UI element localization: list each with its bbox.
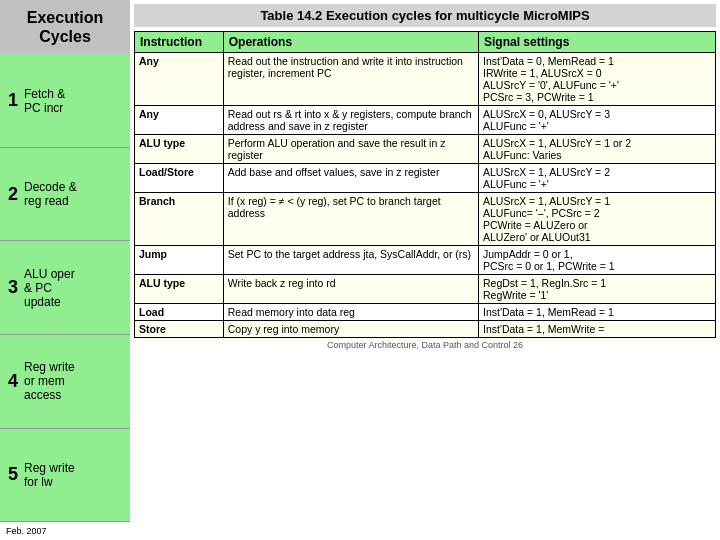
table-row: Any (135, 106, 224, 135)
table-row: Perform ALU operation and save the resul… (223, 135, 478, 164)
table-row: Inst'Data = 0, MemRead = 1 IRWrite = 1, … (478, 53, 715, 106)
step-num-5: 5 (8, 464, 18, 485)
sidebar-label-regwrite: Reg write or mem access (24, 360, 75, 402)
table-row: If (x reg) = ≠ < (y reg), set PC to bran… (223, 193, 478, 246)
table-row: ALU type (135, 275, 224, 304)
step-num-3: 3 (8, 277, 18, 298)
table-row: Read out rs & rt into x & y registers, c… (223, 106, 478, 135)
sidebar-label-fetch: Fetch & PC incr (24, 87, 65, 115)
table-row: ALUSrcX = 1, ALUSrcY = 1 ALUFunc= '–', P… (478, 193, 715, 246)
table-footer-note: Computer Architecture, Data Path and Con… (134, 340, 716, 350)
execution-table: Instruction Operations Signal settings A… (134, 31, 716, 338)
sidebar-item-decode: 2 Decode & reg read (0, 148, 130, 242)
step-num-2: 2 (8, 184, 18, 205)
table-row: Inst'Data = 1, MemRead = 1 (478, 304, 715, 321)
sidebar-item-regwrite: 4 Reg write or mem access (0, 335, 130, 429)
header-operations: Operations (223, 32, 478, 53)
table-row: Inst'Data = 1, MemWrite = (478, 321, 715, 338)
sidebar-title: Execution Cycles (0, 0, 130, 54)
table-title: Table 14.2 Execution cycles for multicyc… (134, 4, 716, 27)
table-row: Load/Store (135, 164, 224, 193)
header-instruction: Instruction (135, 32, 224, 53)
table-row: Set PC to the target address jta, SysCal… (223, 246, 478, 275)
sidebar-item-regwrite2: 5 Reg write for lw (0, 429, 130, 523)
table-row: ALU type (135, 135, 224, 164)
table-row: Read out the instruction and write it in… (223, 53, 478, 106)
table-row: Copy y reg into memory (223, 321, 478, 338)
sidebar-footer: Feb. 2007 (0, 522, 130, 540)
header-signals: Signal settings (478, 32, 715, 53)
sidebar-label-decode: Decode & reg read (24, 180, 77, 208)
table-row: JumpAddr = 0 or 1, PCSrc = 0 or 1, PCWri… (478, 246, 715, 275)
table-row: Add base and offset values, save in z re… (223, 164, 478, 193)
step-num-1: 1 (8, 90, 18, 111)
table-row: ALUSrcX = 1, ALUSrcY = 1 or 2 ALUFunc: V… (478, 135, 715, 164)
sidebar-label-regwrite2: Reg write for lw (24, 461, 75, 489)
sidebar-label-alu: ALU oper & PC update (24, 267, 75, 309)
table-row: Any (135, 53, 224, 106)
table-row: Read memory into data reg (223, 304, 478, 321)
table-row: Write back z reg into rd (223, 275, 478, 304)
table-row: RegDst = 1, RegIn.Src = 1 RegWrite = '1' (478, 275, 715, 304)
sidebar-item-alu: 3 ALU oper & PC update (0, 241, 130, 335)
sidebar-item-fetch: 1 Fetch & PC incr (0, 54, 130, 148)
table-row: Branch (135, 193, 224, 246)
main-content: Table 14.2 Execution cycles for multicyc… (130, 0, 720, 540)
sidebar: Execution Cycles 1 Fetch & PC incr 2 Dec… (0, 0, 130, 540)
table-row: Jump (135, 246, 224, 275)
table-row: ALUSrcX = 0, ALUSrcY = 3 ALUFunc = '+' (478, 106, 715, 135)
table-row: Store (135, 321, 224, 338)
table-row: ALUSrcX = 1, ALUSrcY = 2 ALUFunc = '+' (478, 164, 715, 193)
step-num-4: 4 (8, 371, 18, 392)
table-row: Load (135, 304, 224, 321)
